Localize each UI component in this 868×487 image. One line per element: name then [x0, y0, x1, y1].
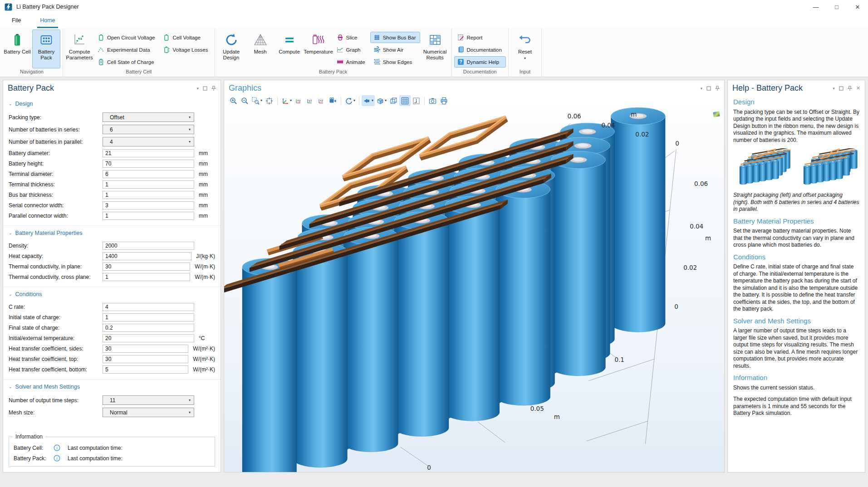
float-panel-icon[interactable]: [839, 86, 843, 91]
ribbon-button-cell-state-of-charge[interactable]: Cell State of Charge: [94, 56, 159, 68]
grid-button[interactable]: [399, 95, 411, 106]
battery-height-input[interactable]: 70: [103, 160, 194, 168]
final-state-of-charge-input[interactable]: 0.2: [103, 324, 194, 332]
ribbon-button-report[interactable]: Report: [454, 32, 506, 43]
battery-cell-icon: [10, 33, 24, 47]
initial-external-temperature-input[interactable]: 20: [103, 334, 194, 342]
ribbon-button-reset[interactable]: Reset▾: [511, 29, 539, 68]
serial-connector-width-input[interactable]: 3: [103, 201, 194, 209]
ribbon-button-experimental-data[interactable]: Experimental Data: [94, 44, 159, 55]
movie-button[interactable]: [327, 95, 338, 106]
ribbon-button-graph[interactable]: Graph: [333, 44, 369, 55]
battery-diameter-input[interactable]: 21: [103, 149, 194, 157]
field-row-final-state-of-charge-: Final state of charge:0.2: [9, 322, 215, 333]
heat-transfer-coefficient-bottom-input[interactable]: 5: [103, 365, 188, 374]
section-header[interactable]: ⌄Conditions: [9, 288, 215, 302]
zoom-out-button[interactable]: [239, 95, 250, 106]
ribbon-button-update-design[interactable]: Update Design: [217, 29, 245, 68]
chevron-down-icon: ▾: [260, 99, 262, 102]
ribbon-button-mesh[interactable]: Mesh: [246, 29, 275, 68]
initial-state-of-charge-input[interactable]: 1: [103, 313, 194, 321]
comsol-logo-button[interactable]: [712, 110, 721, 119]
ribbon-button-dynamic-help[interactable]: ?Dynamic Help: [454, 56, 506, 68]
float-panel-icon[interactable]: [203, 86, 207, 91]
menu-file[interactable]: File: [9, 17, 24, 28]
ribbon-button-temperature[interactable]: Temperature: [304, 29, 333, 68]
scene-light-button[interactable]: ▾: [362, 95, 375, 106]
close-icon[interactable]: ✕: [847, 0, 868, 14]
ribbon-button-open-circuit-voltage[interactable]: Open Circuit Voltage: [94, 32, 159, 43]
minimize-icon[interactable]: —: [805, 0, 826, 14]
ribbon-button-cell-voltage[interactable]: Cell Voltage: [160, 32, 212, 43]
zoom-box-icon: [252, 97, 260, 105]
ribbon-button-show-bus-bar[interactable]: Show Bus Bar: [370, 32, 420, 43]
number-of-batteries-in-series-dropdown[interactable]: 6▾: [103, 125, 194, 134]
svg-text:i: i: [56, 446, 58, 450]
ribbon-group-label: Documentation: [453, 68, 507, 77]
maximize-icon[interactable]: □: [826, 0, 847, 14]
info-icon[interactable]: i: [54, 444, 60, 451]
collapse-panel-icon[interactable]: ▾: [196, 86, 199, 91]
collapse-panel-icon[interactable]: ▾: [833, 86, 835, 91]
zoom-extents-button[interactable]: [264, 95, 275, 106]
collapse-panel-icon[interactable]: ▾: [700, 86, 702, 91]
zoom-in-button[interactable]: [228, 95, 239, 106]
ribbon-button-show-air[interactable]: Show Air: [370, 44, 420, 55]
snapshot-button[interactable]: [427, 95, 438, 106]
number-of-batteries-in-parallel-dropdown[interactable]: 4▾: [103, 137, 194, 146]
axis-tick-label: 0: [674, 303, 678, 310]
orthographic-button[interactable]: [388, 95, 399, 106]
rotate-button[interactable]: ▾: [343, 95, 357, 106]
density-input[interactable]: 2000: [103, 242, 194, 250]
section-header[interactable]: ⌄Battery Material Properties: [9, 227, 215, 240]
view-xy-button[interactable]: xy: [293, 95, 304, 106]
ribbon-button-battery-pack[interactable]: Battery Pack: [32, 29, 60, 68]
ribbon-button-documentation[interactable]: Documentation: [454, 44, 506, 55]
terminal-thickness-input[interactable]: 1: [103, 180, 194, 189]
view-yz-button[interactable]: yz: [304, 95, 316, 106]
zoom-box-button[interactable]: ▾: [250, 95, 264, 106]
c-rate-input[interactable]: 4: [103, 303, 194, 311]
packing-type-dropdown[interactable]: Offset▾: [103, 112, 194, 122]
thermal-conductivity-in-plane-input[interactable]: 30: [103, 263, 190, 271]
menu-home[interactable]: Home: [37, 17, 58, 28]
print-button[interactable]: [438, 95, 450, 106]
appearance-button[interactable]: ▾: [375, 95, 388, 106]
field-row-parallel-connector-width-: Parallel connector width:1mm: [9, 210, 215, 221]
pin-panel-icon[interactable]: [848, 86, 852, 91]
pin-panel-icon[interactable]: [715, 86, 720, 91]
number-of-output-time-steps-dropdown[interactable]: 11▾: [103, 395, 194, 405]
ribbon-button-numerical-results[interactable]: Numerical Results: [421, 29, 449, 68]
ribbon-button-slice[interactable]: Slice: [333, 32, 369, 43]
svg-text:xy: xy: [297, 98, 301, 102]
compute-parameters-icon: [73, 33, 86, 47]
default-view-button[interactable]: ▾: [280, 95, 293, 106]
ribbon-button-compute[interactable]: Compute: [275, 29, 304, 68]
heat-capacity-input[interactable]: 1400: [103, 252, 191, 260]
section-header[interactable]: ⌄Design: [9, 97, 215, 111]
ribbon-button-compute-parameters[interactable]: Compute Parameters: [65, 29, 93, 68]
close-panel-icon[interactable]: ✕: [856, 85, 860, 91]
ribbon-button-show-edges[interactable]: Show Edges: [370, 56, 420, 68]
graphics-canvas[interactable]: 0.060.040.020m0.060.040.020m0.10.050m: [224, 107, 724, 472]
bus-bar-thickness-input[interactable]: 1: [103, 191, 194, 199]
heat-transfer-coefficient-top-input[interactable]: 30: [103, 355, 188, 363]
view-xz-button[interactable]: xz: [316, 95, 327, 106]
mesh-size-dropdown[interactable]: Normal▾: [103, 408, 194, 417]
info-icon[interactable]: i: [54, 455, 60, 462]
axis-box-button[interactable]: [411, 95, 422, 106]
heat-transfer-coefficient-sides-input[interactable]: 30: [103, 345, 188, 353]
float-panel-icon[interactable]: [706, 86, 711, 91]
pin-panel-icon[interactable]: [211, 86, 216, 91]
thermal-conductivity-cross-plane-input[interactable]: 1: [103, 273, 190, 281]
ribbon-button-battery-cell[interactable]: Battery Cell: [3, 29, 31, 68]
ribbon-button-animate[interactable]: Animate: [333, 56, 369, 68]
section-header[interactable]: ⌄Solver and Mesh Settings: [9, 380, 215, 394]
battery-pack-3d-view[interactable]: 0.060.040.020m0.060.040.020m0.10.050m: [224, 107, 724, 472]
field-row-heat-capacity-: Heat capacity:1400J/(kg·K): [9, 251, 215, 261]
field-row-battery-height-: Battery height:70mm: [9, 158, 215, 169]
ribbon-button-voltage-losses[interactable]: Voltage Losses: [160, 44, 212, 55]
ribbon-group-label: Navigation: [2, 68, 61, 77]
terminal-diameter-input[interactable]: 6: [103, 170, 194, 178]
parallel-connector-width-input[interactable]: 1: [103, 212, 194, 220]
